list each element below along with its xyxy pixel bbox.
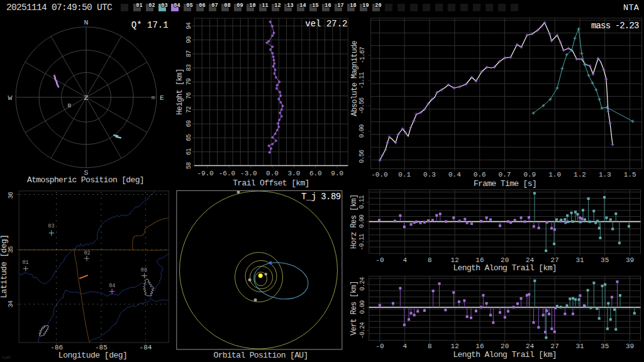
svg-text:Orbital Position [AU]: Orbital Position [AU] [214,351,308,360]
svg-text:39: 39 [626,256,634,264]
svg-text:03: 03 [161,3,167,9]
svg-text:4: 4 [402,343,407,350]
svg-text:Z: Z [84,94,89,102]
svg-text:06: 06 [199,3,205,9]
svg-text:24: 24 [526,343,535,350]
svg-text:-0.0: -0.0 [371,171,387,178]
svg-text:0.00: 0.00 [359,300,366,314]
svg-text:16: 16 [475,343,484,350]
svg-text:NTA: NTA [623,3,640,13]
svg-text:vel 27.2: vel 27.2 [305,19,347,29]
svg-text:1.3: 1.3 [599,171,611,178]
svg-text:9.0: 9.0 [331,170,343,177]
svg-text:Q* 17.1: Q* 17.1 [131,20,169,30]
svg-text:0.4: 0.4 [448,171,461,178]
svg-text:27: 27 [551,343,559,350]
svg-text:19: 19 [362,3,369,9]
svg-text:36: 36 [8,192,14,199]
svg-text:-0: -0 [375,256,384,264]
svg-text:09: 09 [236,3,243,9]
svg-text:07: 07 [211,3,218,9]
svg-text:R: R [67,102,71,109]
svg-text:8: 8 [428,256,432,264]
svg-text:0.6: 0.6 [474,171,486,178]
svg-text:01: 01 [22,260,28,266]
svg-text:8: 8 [428,343,432,350]
svg-text:18: 18 [350,3,356,9]
svg-text:24: 24 [526,256,535,264]
svg-text:Horz Res [km]: Horz Res [km] [350,194,359,249]
svg-text:-84: -84 [140,344,152,351]
svg-text:0.1: 0.1 [398,171,411,178]
svg-text:0.11: 0.11 [359,195,366,209]
svg-text:31: 31 [575,256,584,264]
svg-text:N: N [84,18,89,26]
svg-text:-1.11: -1.11 [359,72,366,89]
svg-text:-0.24: -0.24 [359,322,366,339]
svg-text:16: 16 [475,256,484,264]
svg-text:76: 76 [186,92,192,99]
svg-text:69: 69 [186,120,192,127]
svg-text:0.00: 0.00 [359,124,366,138]
svg-text:03: 03 [48,223,54,229]
svg-text:3.0: 3.0 [287,170,300,177]
svg-text:PyGMT: PyGMT [3,356,11,359]
svg-text:08: 08 [224,3,230,9]
svg-text:20: 20 [501,343,509,350]
svg-text:87: 87 [186,50,192,57]
svg-text:27: 27 [551,256,559,264]
svg-text:05: 05 [186,3,192,9]
svg-text:35: 35 [601,343,609,350]
svg-text:0.3: 0.3 [423,171,436,178]
svg-text:0.24: 0.24 [359,277,366,291]
svg-text:Frame Time [s]: Frame Time [s] [474,179,536,189]
svg-text:12: 12 [274,3,280,9]
svg-text:Length Along Trail [km]: Length Along Trail [km] [453,263,556,273]
svg-text:Height [km]: Height [km] [175,69,184,114]
svg-text:Latitude [deg]: Latitude [deg] [0,235,9,299]
svg-text:1.0: 1.0 [548,171,561,178]
svg-text:-0: -0 [375,343,384,350]
svg-text:39: 39 [626,343,634,350]
svg-text:4: 4 [402,256,407,264]
svg-text:mass -2.23: mass -2.23 [591,21,639,31]
svg-text:10: 10 [249,3,255,9]
svg-text:m: m [152,95,155,101]
svg-text:0.56: 0.56 [359,150,366,163]
svg-text:08: 08 [141,267,147,273]
svg-text:11: 11 [262,3,268,9]
svg-text:65: 65 [186,134,192,141]
svg-text:-1.67: -1.67 [359,47,366,63]
svg-text:02: 02 [84,250,90,256]
svg-text:E: E [160,94,164,102]
svg-text:Atmospheric Position [deg]: Atmospheric Position [deg] [27,175,144,185]
svg-text:31: 31 [575,343,584,350]
svg-text:17: 17 [337,3,343,9]
svg-text:-85: -85 [95,344,108,351]
svg-text:0.7: 0.7 [499,171,511,178]
svg-text:6.0: 6.0 [309,170,322,177]
svg-text:20: 20 [501,256,509,264]
svg-text:-86: -86 [50,344,63,351]
svg-text:02: 02 [148,3,155,9]
svg-text:0.0: 0.0 [266,170,279,177]
svg-text:90: 90 [186,36,192,43]
svg-text:0.9: 0.9 [523,171,536,178]
svg-text:79: 79 [186,78,192,85]
svg-text:61: 61 [186,148,192,155]
svg-text:Longitude [deg]: Longitude [deg] [58,351,128,360]
svg-text:Trail Offset [km]: Trail Offset [km] [233,178,309,188]
svg-text:58: 58 [186,162,192,169]
svg-text:0.00: 0.00 [359,214,366,228]
svg-text:Length Along Trail [km]: Length Along Trail [km] [453,350,556,359]
svg-text:04: 04 [109,283,115,289]
svg-text:35: 35 [601,256,609,264]
svg-text:-6.0: -6.0 [219,170,235,177]
svg-text:83: 83 [186,64,192,71]
svg-text:20251114 07:49:50 UTC: 20251114 07:49:50 UTC [6,3,113,13]
svg-text:-0.11: -0.11 [359,233,366,250]
svg-text:04: 04 [174,3,180,9]
svg-text:W: W [8,94,13,102]
svg-text:16: 16 [325,3,331,9]
svg-text:Absolute Magnitude: Absolute Magnitude [350,41,359,116]
